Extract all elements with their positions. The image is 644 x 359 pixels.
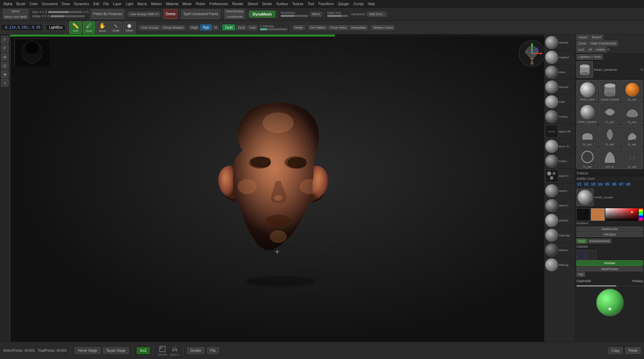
- menu-item-zplugin[interactable]: Zplugin: [336, 1, 351, 7]
- move-brush-item[interactable]: Move: [545, 65, 574, 80]
- menu-item-transform[interactable]: Transform: [316, 1, 336, 7]
- group-masked-btn[interactable]: Group Masked: [161, 25, 185, 30]
- edit-btn[interactable]: ✏️ Edit: [69, 21, 82, 34]
- v8-label[interactable]: V8: [625, 182, 631, 187]
- floor-btn[interactable]: F: [1, 36, 9, 43]
- menu-item-help[interactable]: Help: [366, 1, 377, 7]
- delete-btn[interactable]: Delete: [164, 9, 178, 19]
- menu-item-macro[interactable]: Macro: [135, 1, 149, 7]
- draw-btn[interactable]: 🖊 Draw: [83, 21, 95, 34]
- switch-color-btn[interactable]: SwitchColor: [576, 227, 643, 231]
- menu-item-preferences[interactable]: Preferences: [207, 1, 230, 7]
- cylinder-simple-tool[interactable]: Cylinder SimpleB: [599, 80, 621, 102]
- polish-features-btn[interactable]: Polish By Features: [91, 9, 124, 19]
- v6-label[interactable]: V6: [611, 182, 617, 187]
- inflate-btn[interactable]: ⬟ Inflate: [123, 21, 135, 34]
- cl-saur2-tool[interactable]: CL_saur: [576, 125, 598, 147]
- menu-item-texture[interactable]: Texture: [290, 1, 306, 7]
- solo-btn[interactable]: ◎: [1, 62, 9, 69]
- hue-bar[interactable]: [639, 208, 643, 221]
- preview-btn[interactable]: Preview: [576, 260, 643, 266]
- auto-groups-btn[interactable]: Auto Groups: [139, 25, 160, 30]
- m-btn[interactable]: M: [213, 25, 219, 30]
- cl-part-circle-tool[interactable]: CL_part: [576, 147, 598, 169]
- menu-item-stroke[interactable]: Stroke: [260, 1, 274, 7]
- v4-label[interactable]: V4: [597, 182, 603, 187]
- menu-item-light[interactable]: Light: [124, 1, 135, 7]
- brown-color-swatch[interactable]: [591, 208, 605, 221]
- del-hidden-btn[interactable]: Del Hidden: [309, 25, 328, 30]
- pm3d-cylinder-tool[interactable]: PM3D_Cylind: [576, 80, 598, 102]
- standard-brush-item[interactable]: Standar: [545, 35, 574, 50]
- ghost-btn[interactable]: ◇: [1, 79, 9, 87]
- auto-btn[interactable]: Auto: [248, 25, 258, 30]
- lightbox-tools-btn[interactable]: Lightbox > Tools: [576, 54, 603, 60]
- copy-btn[interactable]: Copy: [608, 347, 623, 354]
- menu-item-document[interactable]: Document: [40, 1, 60, 7]
- flatten-brush-item[interactable]: Flatten: [545, 154, 574, 169]
- menu-item-stencil[interactable]: Stencil: [245, 1, 260, 7]
- lightbox-btn[interactable]: LightBox: [46, 24, 66, 30]
- canvas-area[interactable]: [10, 34, 551, 342]
- menu-item-picker[interactable]: Picker: [194, 1, 208, 7]
- flat-btn[interactable]: Flat: [576, 272, 585, 277]
- nav-cube[interactable]: [518, 40, 546, 67]
- flip-btn[interactable]: Flip: [207, 347, 219, 354]
- move-btn[interactable]: ✋ Move: [96, 21, 109, 34]
- topology-brush-item[interactable]: Topology: [545, 228, 574, 243]
- menu-item-marker[interactable]: Marker: [149, 1, 164, 7]
- v3-label[interactable]: V3: [590, 182, 596, 187]
- pm3d-cyl2-tool[interactable]: PM3D_Cylinder3: [576, 102, 598, 124]
- select-icon-btn[interactable]: SelectRe: [158, 345, 167, 356]
- zremesh-brush-item[interactable]: ZReme: [545, 243, 574, 258]
- mrgb-btn[interactable]: Mrgb: [189, 25, 200, 30]
- v5-label[interactable]: V5: [604, 182, 610, 187]
- menu-item-dynamics[interactable]: Dynamics: [72, 1, 91, 7]
- menu-item-surface[interactable]: Surface: [274, 1, 290, 7]
- paste-btn[interactable]: Paste: [625, 347, 641, 354]
- cl-saur-tool[interactable]: CL_saur: [621, 102, 643, 124]
- slice-curve-btn[interactable]: SliceCur: [170, 345, 179, 356]
- goz-bottom-btn[interactable]: GoZ: [137, 347, 150, 354]
- imm-micro-brush-item[interactable]: IMM Pri: [545, 198, 574, 213]
- lazy-mouse-btn[interactable]: LazyMouse: [224, 14, 245, 19]
- import-btn[interactable]: Import: [576, 34, 590, 40]
- mirror-btn[interactable]: Mirror: [3, 9, 28, 14]
- double-btn[interactable]: Double: [187, 347, 204, 354]
- menu-item-layer[interactable]: Layer: [111, 1, 124, 7]
- sxyz-btn[interactable]: SXyz: [576, 239, 587, 243]
- menu-item-edit[interactable]: Edit: [91, 1, 101, 7]
- menu-item-movie[interactable]: Movie: [180, 1, 194, 7]
- all-btn[interactable]: All: [587, 47, 594, 52]
- v1-label[interactable]: V1: [576, 182, 582, 187]
- imm-prim-brush-item[interactable]: IMM Pri: [545, 169, 574, 183]
- split-unmasked-btn[interactable]: Split Unmasked Points: [181, 9, 220, 19]
- visible-btn[interactable]: Visible: [594, 47, 607, 52]
- dynmesh-btn[interactable]: DynaMesh: [249, 11, 275, 18]
- brdf-btn[interactable]: [587, 250, 596, 260]
- trimdyn-brush-item[interactable]: TrimDy: [545, 109, 574, 124]
- alpha-off-item[interactable]: Alpha Alpha Off: [545, 124, 574, 139]
- home-stage-btn[interactable]: Home Stage: [75, 347, 100, 354]
- cl-part-curved-tool[interactable]: CL_part: [599, 102, 621, 124]
- menu-item-color[interactable]: Color: [28, 1, 40, 7]
- transp-btn[interactable]: ◈: [1, 70, 9, 78]
- menu-item-tool[interactable]: Tool: [305, 1, 316, 7]
- color-picker[interactable]: [605, 208, 638, 221]
- divide-btn[interactable]: Divide: [293, 25, 305, 30]
- zsub-btn[interactable]: Zsub: [236, 25, 246, 30]
- interpolate-btn[interactable]: Interpolate: [350, 25, 368, 30]
- menu-item-file[interactable]: File: [101, 1, 111, 7]
- slash3-brush-item[interactable]: Slash3: [545, 183, 574, 198]
- fill-object-btn[interactable]: FillObject: [576, 232, 643, 237]
- frame-btn[interactable]: ⊟: [1, 53, 9, 61]
- scale-btn[interactable]: ⤡ Scale: [110, 21, 122, 34]
- rgb-btn[interactable]: Rgb: [200, 24, 211, 30]
- clone-btn[interactable]: Clone: [576, 41, 588, 46]
- make-polymesh-btn[interactable]: Make PolyMesh3D: [589, 41, 618, 46]
- backface-mask-btn[interactable]: BackfaceMask: [588, 239, 612, 243]
- wax-preview-btn[interactable]: WaxPreview: [576, 267, 643, 271]
- menu-item-draw[interactable]: Draw: [60, 1, 72, 7]
- split-screen-btn[interactable]: Split Scre...: [367, 12, 386, 17]
- v7-label[interactable]: V7: [618, 182, 624, 187]
